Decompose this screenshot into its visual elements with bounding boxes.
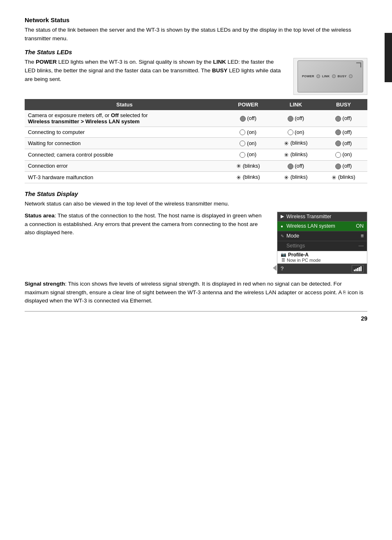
menu-row-mode: ✎ Mode ≡ [277, 231, 367, 241]
menu-title: Wireless Transmitter [286, 214, 331, 219]
status-leds-section: The POWER LED lights when the WT-3 is on… [25, 58, 367, 95]
led-image-inner: POWER LINK BUSY [297, 60, 363, 92]
circle-off-icon [335, 164, 341, 169]
signal-bar-2 [355, 269, 357, 271]
off-bold: Off [111, 112, 119, 118]
profile-sub-row: ☰ Now in PC mode [281, 258, 364, 263]
status-cell: WT-3 hardware malfunction [25, 172, 224, 183]
link-led [332, 74, 336, 78]
signal-bar-3 [357, 268, 358, 271]
settings-label: Settings [286, 243, 359, 249]
question-icon: ? [281, 265, 284, 272]
signal-strength-text: : This icon shows five levels of wireles… [25, 281, 343, 295]
menu-screenshot-wrap: ▶ Wireless Transmitter ● Wireless LAN sy… [277, 212, 367, 274]
busy-cell: (on) [320, 149, 367, 160]
circle-on-icon [240, 141, 245, 146]
busy-cell: (off) [320, 110, 367, 127]
circle-off-icon [335, 116, 341, 122]
signal-bar-5 [360, 266, 362, 271]
status-leds-paragraph: The POWER LED lights when the WT-3 is on… [25, 58, 285, 84]
menu-row-wlan: ● Wireless LAN system ON [277, 222, 367, 231]
profile-section: 📷 Profile-A ☰ Now in PC mode [277, 251, 367, 264]
circle-off-icon [288, 116, 293, 122]
link-cell: (off) [272, 160, 320, 172]
power-cell: ✳ (blinks) [224, 160, 272, 172]
status-display-section: Status area: The status of the connectio… [25, 212, 367, 274]
circle-on-icon [335, 152, 341, 158]
link-cell: (off) [272, 110, 320, 127]
table-row: Waiting for connection (on) ✳ (blinks) (… [25, 138, 367, 149]
status-table: Status POWER LINK BUSY Camera or exposur… [25, 99, 367, 183]
corner-bracket [356, 62, 361, 67]
signal-strength-paragraph: Signal strength: This icon shows five le… [25, 280, 367, 306]
power-bold: POWER [36, 59, 57, 65]
busy-cell: ✳ (blinks) [320, 172, 367, 183]
status-area-paragraph: Status area: The status of the connectio… [25, 212, 265, 238]
circle-off-icon [288, 164, 293, 169]
busy-led [349, 74, 353, 78]
circle-on-icon [240, 152, 245, 158]
power-cell: (on) [224, 149, 272, 160]
page: Network Status The status of the link be… [0, 0, 392, 334]
power-cell: (on) [224, 138, 272, 149]
col-power: POWER [224, 99, 272, 110]
menu-footer: ? [277, 264, 367, 274]
status-area-description: : The status of the connection to the ho… [25, 212, 262, 236]
profile-sub-text: Now in PC mode [287, 258, 321, 263]
status-leds-heading: The Status LEDs [25, 49, 367, 55]
table-row: Connecting to computer (on) (on) (off) [25, 127, 367, 138]
pencil-icon: ✎ [281, 234, 286, 238]
wlan-label: Wireless LAN system [286, 223, 356, 229]
blink-icon: ✳ [284, 152, 289, 158]
circle-off-icon [335, 129, 341, 135]
link-bold: LINK [213, 59, 226, 65]
link-label: LINK [322, 74, 330, 78]
blink-icon: ✳ [332, 174, 337, 181]
table-row: Connection error ✳ (blinks) (off) (off) [25, 160, 367, 172]
settings-value: — [359, 243, 364, 249]
menu-arrow-indicator [273, 265, 277, 271]
camera-icon: 📷 [281, 252, 286, 257]
play-icon: ▶ [281, 214, 284, 219]
mode-value: ≡ [361, 233, 364, 239]
bottom-rule [25, 311, 367, 312]
status-cell: Connection error [25, 160, 224, 172]
intro-paragraph: The status of the link between the serve… [25, 26, 367, 43]
signal-strength-label: Signal strength [25, 281, 65, 287]
blink-icon: ✳ [236, 174, 241, 181]
busy-label: BUSY [338, 74, 347, 78]
busy-cell: (off) [320, 160, 367, 172]
table-row: Camera or exposure meters off, or Off se… [25, 110, 367, 127]
led-labels-row: POWER LINK BUSY [302, 74, 353, 78]
status-display-heading: The Status Display [25, 191, 367, 197]
busy-cell: (off) [320, 127, 367, 138]
side-tab [385, 33, 392, 82]
link-cell: ✳ (blinks) [272, 138, 320, 149]
blink-icon: ✳ [236, 163, 241, 169]
signal-bar-4 [359, 267, 360, 271]
wlan-value: ON [356, 223, 364, 229]
circle-on-icon [240, 129, 245, 135]
status-cell: Camera or exposure meters off, or Off se… [25, 110, 224, 127]
power-cell: (off) [224, 110, 272, 127]
status-display-text: Status area: The status of the connectio… [25, 212, 265, 274]
power-cell: (on) [224, 127, 272, 138]
power-cell: ✳ (blinks) [224, 172, 272, 183]
status-area-label: Status area [25, 212, 55, 219]
table-row: WT-3 hardware malfunction ✳ (blinks) ✳ (… [25, 172, 367, 183]
blink-icon: ✳ [284, 174, 289, 181]
page-number: 29 [361, 315, 367, 322]
status-cell: Connecting to computer [25, 127, 224, 138]
status-display-intro: Network status can also be viewed in the… [25, 200, 367, 208]
busy-bold: BUSY [212, 67, 228, 74]
table-row: Connected; camera control possible (on) … [25, 149, 367, 160]
wt-bold: Wireless transmitter > Wireless LAN syst… [28, 118, 140, 125]
signal-strength-icon [352, 265, 364, 272]
circle-off-icon [335, 141, 341, 146]
col-status: Status [25, 99, 224, 110]
signal-bar-1 [354, 270, 355, 271]
status-cell: Connected; camera control possible [25, 149, 224, 160]
col-link: LINK [272, 99, 320, 110]
circle-on-icon [288, 129, 293, 135]
status-leds-text: The POWER LED lights when the WT-3 is on… [25, 58, 285, 95]
